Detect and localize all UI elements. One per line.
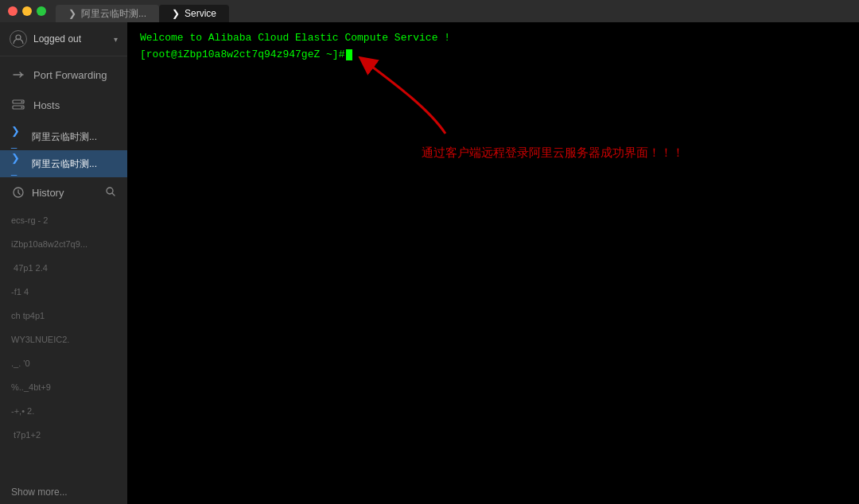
sidebar: Logged out ▾ Port Forwarding — [0, 22, 127, 504]
user-icon — [10, 30, 27, 48]
history-item[interactable]: ‌ 47p1 2.4 — [0, 255, 127, 279]
history-item-text: ‌ 47p1 2.4 — [11, 263, 48, 273]
history-item[interactable]: %.._4bt+9 — [0, 374, 127, 398]
tab-icon: ❯ — [68, 8, 76, 19]
history-item-text: ‌-+,• 2. — [11, 406, 34, 416]
svg-point-4 — [21, 107, 23, 108]
history-item[interactable]: WY3LNUEIC2. — [0, 327, 127, 351]
nav-section: Port Forwarding Hosts — [0, 56, 127, 123]
history-item[interactable]: iZbp10a8w2ct7q9... — [0, 231, 127, 255]
minimize-button[interactable] — [22, 6, 32, 16]
terminal-icon-1: ❯_ — [11, 130, 25, 144]
history-item[interactable]: ._. '0 — [0, 351, 127, 374]
tab-service[interactable]: ❯ Service — [159, 5, 229, 22]
svg-point-6 — [107, 188, 113, 194]
history-icon — [11, 185, 25, 200]
main-layout: Logged out ▾ Port Forwarding — [0, 22, 859, 504]
history-item-text: ‌-f1 4 — [11, 287, 29, 297]
sidebar-item-port-forwarding[interactable]: Port Forwarding — [0, 60, 127, 90]
close-button[interactable] — [8, 6, 17, 16]
history-item-text: %.._4bt+9 — [11, 382, 51, 392]
session-label-2: 阿里云临时测... — [32, 157, 116, 171]
tab-session1[interactable]: ❯ 阿里云临时测... — [56, 5, 159, 22]
tab-icon: ❯ — [172, 8, 180, 19]
port-forwarding-icon — [11, 68, 25, 82]
prompt-text: [root@iZbp10a8w2ct7q94z947geZ ~]# — [140, 48, 344, 60]
history-item-text: ‌ t7p1+2 — [11, 430, 41, 440]
sidebar-item-hosts[interactable]: Hosts — [0, 90, 127, 120]
session-item-1[interactable]: ❯_ 阿里云临时测... — [0, 123, 127, 150]
history-item-text: ch tp4p1 — [11, 311, 45, 320]
history-item[interactable]: ‌-+,• 2. — [0, 398, 127, 422]
session-item-2[interactable]: ❯_ 阿里云临时测... — [0, 150, 127, 177]
traffic-lights — [8, 6, 46, 16]
svg-point-3 — [21, 101, 23, 103]
annotation-arrow — [334, 46, 493, 142]
user-label: Logged out — [33, 33, 107, 45]
history-header: History — [0, 177, 127, 207]
history-label: History — [32, 187, 99, 199]
maximize-button[interactable] — [37, 6, 46, 16]
user-section[interactable]: Logged out ▾ — [0, 22, 127, 56]
history-item[interactable]: ch tp4p1 — [0, 303, 127, 327]
session-label-1: 阿里云临时测... — [32, 130, 116, 144]
history-item-text: WY3LNUEIC2. — [11, 335, 69, 344]
history-item[interactable]: ecs-rg - 2 — [0, 207, 127, 231]
history-list: ecs-rg - 2 iZbp10a8w2ct7q9... ‌ 47p1 2.4… — [0, 207, 127, 480]
annotation-text: 通过客户端远程登录阿里云服务器成功界面！！！ — [422, 145, 684, 161]
terminal-prompt: [root@iZbp10a8w2ct7q94z947geZ ~]# — [140, 48, 846, 60]
history-search-button[interactable] — [105, 186, 116, 200]
title-bar: ❯ 阿里云临时测... ❯ Service — [0, 0, 859, 22]
history-item[interactable]: ‌-f1 4 — [0, 279, 127, 303]
port-forwarding-label: Port Forwarding — [33, 69, 107, 81]
hosts-label: Hosts — [33, 99, 60, 111]
history-item-text: iZbp10a8w2ct7q9... — [11, 239, 87, 249]
hosts-icon — [11, 98, 25, 112]
terminal-area[interactable]: Welcome to Alibaba Cloud Elastic Compute… — [127, 22, 859, 504]
history-item-text: ecs-rg - 2 — [11, 215, 48, 225]
show-more-button[interactable]: Show more... — [0, 480, 127, 504]
history-item[interactable]: ‌ t7p1+2 — [0, 422, 127, 446]
tab-bar: ❯ 阿里云临时测... ❯ Service — [56, 0, 229, 22]
chevron-icon: ▾ — [114, 35, 118, 44]
terminal-icon-2: ❯_ — [11, 157, 25, 171]
terminal-welcome-text: Welcome to Alibaba Cloud Elastic Compute… — [140, 32, 846, 44]
history-item-text: ._. '0 — [11, 359, 30, 368]
